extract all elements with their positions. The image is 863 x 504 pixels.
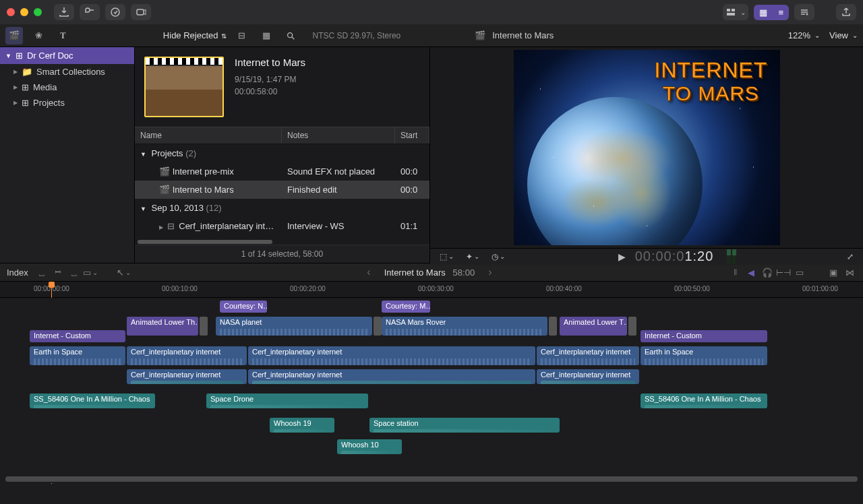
timeline-video-clip[interactable]: Cerf_interplanetary internet — [248, 346, 535, 365]
ruler-tick: 00:01:00:00 — [802, 285, 838, 292]
timeline-history-forward[interactable]: › — [488, 266, 492, 278]
timeline-ruler[interactable]: 00:00:00:00 00:00:10:00 00:00:20:00 00:0… — [0, 282, 863, 298]
list-view-button[interactable]: ≡ — [773, 5, 789, 20]
timeline-music-clip[interactable]: SS_58406 One In A Million - Chaos — [641, 393, 767, 408]
clip-thumbnail[interactable] — [144, 57, 224, 117]
column-notes[interactable]: Notes — [282, 127, 395, 144]
search-button[interactable] — [282, 27, 299, 44]
zoom-popup[interactable]: 122% — [788, 30, 820, 40]
timeline-audio-clip[interactable]: Cerf_interplanetary internet — [127, 369, 247, 384]
timeline-title-clip[interactable]: Animated Lower Th… — [127, 317, 198, 336]
transitions-button[interactable]: ⋈ — [843, 266, 856, 278]
zoom-window-button[interactable] — [34, 8, 42, 16]
grid-view-button[interactable]: ▦ — [258, 27, 275, 44]
timeline-audio-clip[interactable]: Cerf_interplanetary internet — [248, 369, 535, 384]
table-group-row[interactable]: ▼ Projects (2) — [135, 144, 429, 162]
clapper-icon: 🎬 — [475, 30, 485, 40]
traffic-lights — [7, 8, 42, 16]
timeline-lanes[interactable]: Courtesy: N… Courtesy: M… Animated Lower… — [0, 298, 863, 483]
timeline-sfx-clip[interactable]: Whoosh 19 — [270, 418, 334, 433]
horizontal-scrollbar[interactable] — [138, 240, 272, 244]
view-popup[interactable]: View — [829, 30, 858, 40]
clip-appearance-button[interactable]: ▭ — [793, 266, 806, 278]
viewer-timecode[interactable]: 00:00:01:20 — [635, 249, 714, 265]
viewer-canvas[interactable]: INTERNET TO MARS — [430, 47, 863, 248]
library-name: Dr Cerf Doc — [27, 51, 73, 61]
render-button[interactable] — [131, 4, 151, 20]
connect-clip-button[interactable]: ⎵ — [35, 266, 49, 278]
keyword-button[interactable] — [80, 4, 100, 20]
skimming-button[interactable]: ⦀ — [728, 266, 742, 278]
overwrite-clip-button[interactable]: ▭ — [84, 266, 97, 278]
photos-tab-icon[interactable]: ❀ — [30, 27, 47, 44]
timeline-music-clip[interactable]: SS_58406 One In A Million - Chaos — [30, 393, 155, 408]
timeline-video-clip[interactable]: Cerf_interplanetary internet — [537, 346, 639, 365]
filmstrip-view-button[interactable]: ▦ — [754, 5, 773, 20]
ruler-tick: 00:00:30:00 — [418, 285, 454, 292]
svg-point-5 — [806, 13, 808, 15]
minimize-window-button[interactable] — [20, 8, 28, 16]
timeline-video-clip[interactable]: NASA Mars Rover — [382, 317, 547, 336]
sidebar-item-label: Projects — [33, 98, 65, 108]
play-button[interactable]: ▶ — [616, 250, 628, 263]
view-mode-segmented: ▦ ≡ — [754, 5, 789, 20]
ruler-tick: 00:00:20:00 — [290, 285, 326, 292]
timeline-keyword-tag[interactable]: Courtesy: M… — [382, 301, 430, 313]
ruler-tick: 00:00:40:00 — [546, 285, 582, 292]
timeline-video-clip[interactable]: Earth in Space — [30, 346, 125, 365]
library-tab-icon[interactable]: 🎬 — [5, 27, 23, 44]
retime-popup[interactable]: ◷ — [489, 251, 508, 263]
gap-handle[interactable] — [628, 317, 636, 336]
sidebar-item-media[interactable]: ▶⊞Media — [0, 80, 134, 95]
gap-handle[interactable] — [549, 317, 557, 336]
share-button[interactable] — [836, 4, 856, 20]
timeline-audio-clip[interactable]: Cerf_interplanetary internet — [537, 369, 639, 384]
timeline-title-clip[interactable]: Animated Lower T… — [560, 317, 627, 336]
library-header[interactable]: ▼ ⊞ Dr Cerf Doc — [0, 47, 134, 64]
viewer-frame: INTERNET TO MARS — [514, 50, 780, 245]
effects-button[interactable]: ▣ — [827, 266, 840, 278]
timeline-title-clip[interactable]: Internet - Custom — [30, 330, 125, 342]
table-group-row[interactable]: ▼ Sep 10, 2013 (12) — [135, 199, 429, 217]
timeline-keyword-tag[interactable]: Courtesy: N… — [220, 301, 267, 313]
titles-tab-icon[interactable]: 𝐓 — [54, 27, 71, 44]
select-tool-button[interactable]: ↖ — [117, 266, 131, 278]
import-button[interactable] — [54, 4, 74, 20]
sidebar-item-smart-collections[interactable]: ▶📁Smart Collections — [0, 64, 134, 80]
table-row[interactable]: 🎬 Internet pre-mix Sound EFX not placed … — [135, 162, 429, 181]
audio-skimming-button[interactable]: ◀ — [744, 266, 758, 278]
sidebar-item-projects[interactable]: ▶⊞Projects — [0, 95, 134, 111]
transform-popup[interactable]: ⬚ — [437, 251, 456, 263]
column-start[interactable]: Start — [395, 127, 429, 144]
sidebar-item-label: Smart Collections — [36, 67, 105, 77]
timeline-scrollbar[interactable] — [5, 476, 858, 482]
index-button[interactable]: Index — [7, 267, 28, 278]
insert-clip-button[interactable]: ⎶ — [51, 266, 65, 278]
table-row[interactable]: ▶ ⊟ Cerf_interplanetary int… Interview -… — [135, 217, 429, 235]
timeline-video-clip[interactable]: Earth in Space — [641, 346, 767, 365]
column-name[interactable]: Name — [135, 127, 282, 144]
timeline-sfx-clip[interactable]: Whoosh 10 — [337, 439, 402, 454]
workspace-dropdown[interactable] — [723, 4, 748, 20]
timeline-video-clip[interactable]: NASA planet — [216, 317, 372, 336]
grid-icon: ⊞ — [22, 98, 29, 108]
gap-handle[interactable] — [200, 317, 208, 336]
timeline-music-clip[interactable]: Space Drone — [206, 393, 368, 408]
solo-button[interactable]: 🎧 — [761, 266, 774, 278]
browser-footer: 1 of 14 selected, 58:00 — [135, 245, 429, 263]
timeline-sfx-clip[interactable]: Space station — [369, 418, 560, 433]
clip-appearance-button[interactable]: ⊟ — [233, 27, 251, 44]
inspector-toggle-button[interactable] — [794, 4, 814, 20]
close-window-button[interactable] — [7, 8, 15, 16]
gap-handle[interactable] — [374, 317, 382, 336]
enhance-popup[interactable]: ✦ — [463, 251, 482, 263]
append-clip-button[interactable]: ⎵ — [67, 266, 81, 278]
snapping-button[interactable]: ⊢⊣ — [777, 266, 790, 278]
background-tasks-button[interactable] — [105, 4, 125, 20]
timeline-title-clip[interactable]: Internet - Custom — [641, 330, 767, 342]
timeline-history-back[interactable]: ‹ — [367, 266, 370, 278]
table-row[interactable]: 🎬 Internet to Mars Finished edit 00:0 — [135, 181, 429, 199]
fullscreen-button[interactable]: ⤢ — [844, 251, 856, 263]
timeline-video-clip[interactable]: Cerf_interplanetary internet — [127, 346, 247, 365]
filter-popup[interactable]: Hide Rejected — [163, 30, 227, 40]
